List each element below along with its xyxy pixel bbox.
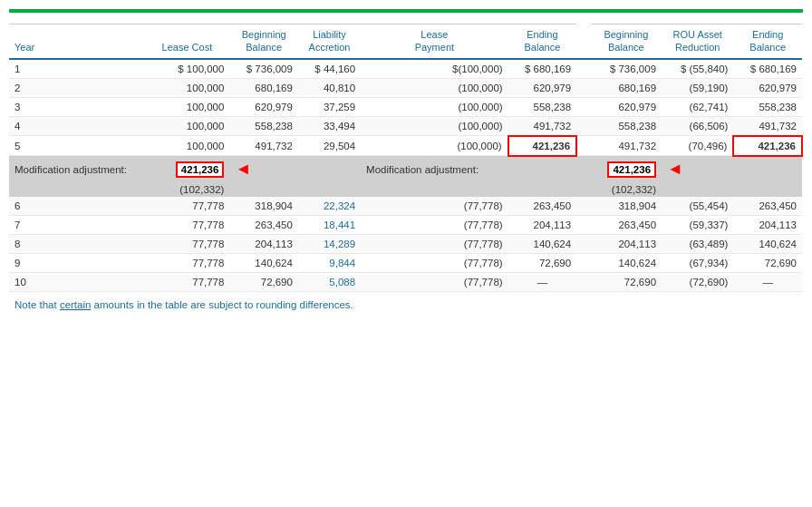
table-row: 3100,000620,97937,259(100,000)558,238620… (9, 97, 802, 116)
table-cell: $ 736,009 (591, 59, 662, 79)
table-cell: 558,238 (591, 116, 662, 136)
table-cell: 421,236 (733, 136, 802, 156)
col-lease-payment: LeasePayment (361, 24, 508, 59)
table-cell: 72,690 (591, 273, 662, 292)
table-cell: 491,732 (733, 116, 802, 136)
arrow-2: ◄ (662, 156, 733, 183)
table-row: 777,778263,45018,441(77,778)204,113263,4… (9, 216, 802, 235)
mod-row2-cell (508, 182, 577, 197)
table-cell: 29,504 (298, 136, 361, 156)
table-cell: 14,289 (298, 235, 361, 254)
mod-row2-cell: (102,332) (157, 182, 230, 197)
table-cell: $ 680,169 (508, 59, 577, 79)
note-highlight: certain (60, 299, 92, 310)
lease-table: Year Lease Cost BeginningBalance Liabili… (9, 16, 803, 314)
table-cell: 10 (9, 273, 157, 292)
table-cell: (67,934) (662, 254, 733, 273)
table-cell: 204,113 (508, 216, 577, 235)
table-cell: $ 44,160 (298, 59, 361, 79)
rou-asset-header (591, 16, 802, 24)
table-cell: 318,904 (591, 197, 662, 216)
table-cell: 72,690 (733, 254, 802, 273)
col-liab-acc: LiabilityAccretion (298, 24, 361, 59)
table-cell: 263,450 (508, 197, 577, 216)
table-cell: (77,778) (361, 216, 508, 235)
empty-group (9, 16, 229, 24)
table-cell: (77,778) (361, 235, 508, 254)
table-row: 5100,000491,73229,504(100,000)421,236491… (9, 136, 802, 156)
table-cell: (55,454) (662, 197, 733, 216)
col-lease-cost: Lease Cost (157, 24, 230, 59)
table-cell: (59,337) (662, 216, 733, 235)
table-cell (576, 97, 591, 116)
table-cell: 5 (9, 136, 157, 156)
col-rou-beg: BeginningBalance (591, 24, 662, 59)
table-cell (576, 254, 591, 273)
note-row: Note that certain amounts in the table a… (9, 292, 802, 315)
table-cell: $ 680,169 (733, 59, 802, 79)
table-cell: 491,732 (229, 136, 298, 156)
table-cell: (59,190) (662, 78, 733, 97)
table-cell: 72,690 (229, 273, 298, 292)
table-cell: (72,690) (662, 273, 733, 292)
lease-liability-header (229, 16, 576, 24)
mod-row2-cell (576, 182, 591, 197)
table-cell: (100,000) (361, 78, 508, 97)
table-cell: 620,979 (229, 97, 298, 116)
table-cell: 140,624 (591, 254, 662, 273)
table-cell: 558,238 (229, 116, 298, 136)
table-cell: 100,000 (157, 78, 230, 97)
table-cell: (77,778) (361, 197, 508, 216)
table-cell: (77,778) (361, 254, 508, 273)
table-cell: 620,979 (508, 78, 577, 97)
mod-value-1: 421,236 (157, 156, 230, 183)
mod-label-1: Modification adjustment: (9, 156, 157, 183)
table-cell (576, 116, 591, 136)
table-cell: 421,236 (508, 136, 577, 156)
table-cell: 9 (9, 254, 157, 273)
mod-row2-cell: (102,332) (591, 182, 662, 197)
table-cell: 140,624 (229, 254, 298, 273)
mod-empty-1 (298, 156, 361, 183)
table-cell: 620,979 (591, 97, 662, 116)
note-cell: Note that certain amounts in the table a… (9, 292, 802, 315)
col-year: Year (9, 24, 157, 59)
table-cell (576, 136, 591, 156)
table-cell: (70,496) (662, 136, 733, 156)
table-cell: 680,169 (591, 78, 662, 97)
mod-empty-2 (733, 156, 802, 183)
table-cell: 77,778 (157, 197, 230, 216)
table-cell: 18,441 (298, 216, 361, 235)
mod-row2-cell (229, 182, 298, 197)
col-rou-end: EndingBalance (733, 24, 802, 59)
table-row: 1077,77872,6905,088(77,778)—72,690(72,69… (9, 273, 802, 292)
table-cell: 204,113 (591, 235, 662, 254)
table-cell: 77,778 (157, 254, 230, 273)
mod-spacer (508, 156, 577, 183)
table-cell: (66,506) (662, 116, 733, 136)
col-beg-bal: BeginningBalance (229, 24, 298, 59)
table-cell (576, 235, 591, 254)
table-cell: 40,810 (298, 78, 361, 97)
table-row: 1$ 100,000$ 736,009$ 44,160$(100,000)$ 6… (9, 59, 802, 79)
table-cell: $ 100,000 (157, 59, 230, 79)
table-cell (576, 59, 591, 79)
table-cell: 22,324 (298, 197, 361, 216)
table-cell: 3 (9, 97, 157, 116)
table-body: 1$ 100,000$ 736,009$ 44,160$(100,000)$ 6… (9, 59, 802, 315)
table-cell: (63,489) (662, 235, 733, 254)
table-cell: 72,690 (508, 254, 577, 273)
table-cell: 77,778 (157, 216, 230, 235)
table-cell: 37,259 (298, 97, 361, 116)
table-cell: — (508, 273, 577, 292)
mod-value-2: 421,236 (591, 156, 662, 183)
arrow-1: ◄ (229, 156, 298, 183)
table-cell: 263,450 (733, 197, 802, 216)
mod-row2-cell (662, 182, 733, 197)
table-cell: 6 (9, 197, 157, 216)
modification-row: Modification adjustment:421,236◄Modifica… (9, 156, 802, 183)
table-cell: 100,000 (157, 97, 230, 116)
table-row: 4100,000558,23833,494(100,000)491,732558… (9, 116, 802, 136)
col-header-row: Year Lease Cost BeginningBalance Liabili… (9, 24, 802, 59)
table-cell: (100,000) (361, 136, 508, 156)
